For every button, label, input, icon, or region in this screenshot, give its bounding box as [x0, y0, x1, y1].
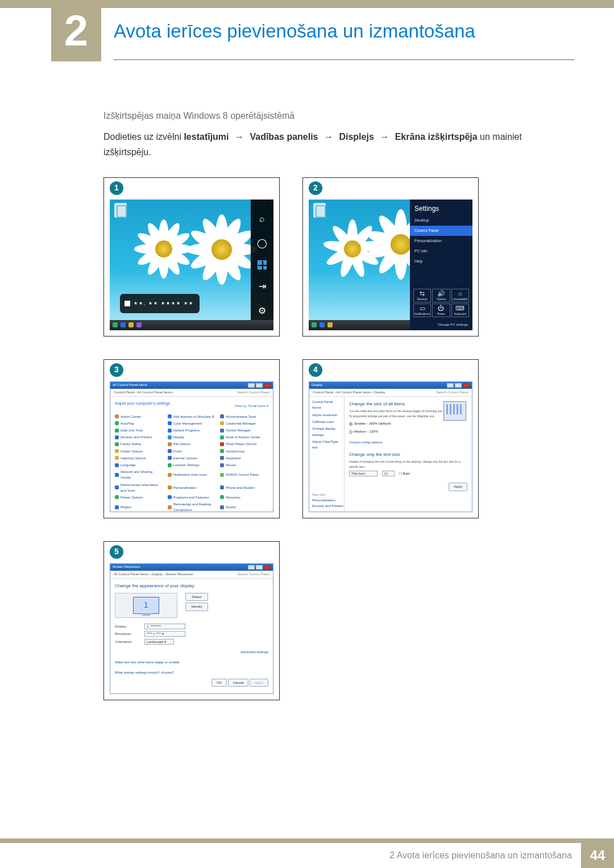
- settings-item-control-panel: Control Panel: [410, 226, 472, 236]
- control-panel-item: Power Options: [115, 495, 163, 500]
- item-icon: [220, 495, 224, 499]
- item-icon: [220, 463, 224, 467]
- step-4: Ekrāna izšķirtspēja: [395, 132, 478, 142]
- item-icon: [115, 505, 119, 509]
- footer-rule: [0, 838, 614, 843]
- item-label: Notification Area Icons: [173, 472, 208, 477]
- item-label: Recovery: [226, 495, 240, 500]
- sidebar-link-change-display: Change display settings: [312, 426, 341, 437]
- search-icon: ⌕: [259, 211, 265, 226]
- devices-icon: ⇥: [259, 279, 266, 294]
- resolution-main: Change the appearance of your display 1 …: [110, 579, 273, 693]
- control-panel-item: Date and Time: [115, 427, 163, 433]
- control-panel-item: Ease of Access Center: [220, 434, 268, 440]
- item-icon: [168, 473, 172, 477]
- item-label: Indexing Options: [121, 455, 146, 461]
- item-icon: [115, 442, 119, 446]
- item-icon: [220, 473, 224, 477]
- para-prefix: Dodieties uz izvēlni: [103, 132, 184, 142]
- item-icon: [168, 429, 172, 433]
- item-label: Administrative Tools: [226, 414, 256, 420]
- item-icon: [220, 414, 224, 418]
- breadcrumb-path: Control Panel › All Control Panel Items …: [114, 389, 174, 395]
- monitor-preview-box: 1: [115, 593, 177, 618]
- breadcrumb: Control Panel › All Control Panel Items …: [309, 389, 472, 397]
- section-heading-text: Change only the text size: [349, 451, 467, 459]
- item-icon: [220, 442, 224, 446]
- chapter-header: 2 Avota ierīces pievienošana un izmantoš…: [0, 0, 614, 68]
- sidebar-link-cleartype: Adjust ClearType text: [312, 439, 341, 450]
- search-placeholder: Search Control Panel: [436, 389, 468, 395]
- item-label: Location Settings: [173, 462, 200, 468]
- control-panel-item: Administrative Tools: [220, 414, 268, 420]
- item-label: Language: [121, 462, 136, 468]
- item-label: Folder Options: [121, 448, 143, 454]
- window-titlebar: Screen Resolution: [110, 564, 273, 571]
- figure-5: 5 Screen Resolution All Control Panel It…: [103, 541, 280, 700]
- item-icon: [168, 435, 172, 439]
- text-size-link: Make text and other items larger or smal…: [115, 659, 268, 665]
- control-panel-item: Credential Manager: [220, 421, 268, 426]
- radio-icon: [349, 422, 352, 426]
- network-icon: ⇆Network: [413, 289, 431, 302]
- item-label: Internet Options: [173, 455, 198, 461]
- see-also-devices: Devices and Printers: [312, 503, 343, 509]
- item-label: Date and Time: [121, 427, 143, 433]
- screenshot-screen-resolution: Screen Resolution All Control Panel Item…: [110, 563, 273, 694]
- item-icon: [168, 456, 172, 460]
- item-icon: [115, 495, 119, 499]
- screenshot-win8-settings: Settings Desktop Control Panel Personali…: [309, 200, 472, 330]
- control-panel-item: Devices and Printers: [115, 434, 163, 440]
- item-icon: [115, 429, 119, 433]
- resolution-window: Screen Resolution All Control Panel Item…: [110, 563, 273, 694]
- monitor-preview-icon: 1: [133, 597, 159, 614]
- brightness-icon: ☼Unavailable: [451, 289, 469, 302]
- control-panel-item: Color Management: [168, 421, 216, 426]
- clock-overlay: ★★‚ ★★ ★★★★ ★★: [120, 294, 200, 313]
- item-label: Region: [121, 504, 131, 510]
- content-area: Izšķirtspējas maiņa Windows 8 operētājsi…: [103, 108, 551, 823]
- settings-pane: Settings Desktop Control Panel Personali…: [410, 200, 472, 330]
- control-panel-item: Personalization: [168, 482, 216, 493]
- win8-desktop: Settings Desktop Control Panel Personali…: [309, 200, 472, 330]
- option-medium: Medium - 125%: [349, 429, 467, 434]
- figure-badge-1: 1: [110, 181, 123, 195]
- item-icon: [220, 485, 224, 489]
- text-item-select: Title bars: [349, 471, 377, 476]
- item-icon: [168, 495, 172, 499]
- taskbar: [110, 320, 273, 330]
- chapter-title: Avota ierīces pievienošana un izmantošan…: [114, 20, 475, 42]
- subheading: Izšķirtspējas maiņa Windows 8 operētājsi…: [103, 108, 551, 123]
- item-icon: [168, 449, 172, 453]
- window-title: All Control Panel Items: [113, 382, 147, 388]
- taskbar-icon: [128, 322, 134, 327]
- header-rule: [114, 59, 574, 60]
- power-icon: ⏻Power: [432, 304, 450, 317]
- instruction-paragraph: Dodieties uz izvēlni Iestatījumi → Vadīb…: [103, 129, 551, 160]
- figure-1: 1: [103, 177, 280, 337]
- sidebar-heading: Control Panel Home: [312, 399, 341, 410]
- figure-3: 3 All Control Panel Items Control Panel …: [103, 359, 280, 518]
- document-page: 2 Avota ierīces pievienošana un izmantoš…: [0, 0, 614, 868]
- item-label: Action Center: [121, 414, 141, 420]
- control-panel-item: HomeGroup: [220, 448, 268, 454]
- screenshot-win8-charms: ★★‚ ★★ ★★★★ ★★ ⌕ ◯ ⇥ ⚙: [110, 200, 273, 330]
- sidebar-link-calibrate: Calibrate color: [312, 419, 341, 425]
- control-panel-item: Action Center: [115, 414, 163, 420]
- share-icon: ◯: [257, 235, 267, 251]
- control-panel-item: Default Programs: [168, 427, 216, 433]
- notifications-icon: ▭Notifications: [413, 304, 431, 317]
- item-icon: [220, 429, 224, 433]
- control-panel-item: Indexing Options: [115, 455, 163, 461]
- item-icon: [168, 463, 172, 467]
- item-icon: [168, 442, 172, 446]
- chapter-number: 2: [51, 0, 101, 61]
- item-icon: [115, 463, 119, 467]
- display-window: Display Control Panel › All Control Pane…: [309, 381, 472, 512]
- win8-desktop: ★★‚ ★★ ★★★★ ★★ ⌕ ◯ ⇥ ⚙: [110, 200, 273, 330]
- taskbar-icon: [327, 322, 333, 327]
- item-label: Ease of Access Center: [226, 434, 260, 440]
- item-label: Performance Information and Tools: [121, 482, 163, 493]
- figure-badge-5: 5: [110, 545, 123, 559]
- radio-icon: [349, 430, 352, 434]
